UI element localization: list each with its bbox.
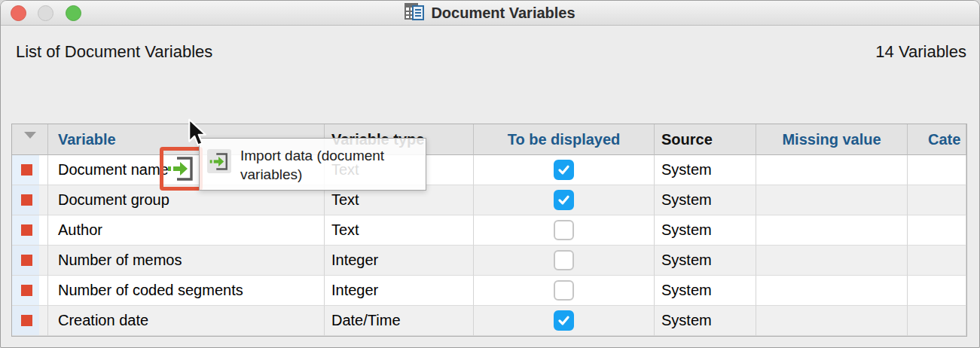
cell-variable[interactable]: Number of coded segments <box>48 276 325 306</box>
table-row-swatch[interactable] <box>12 155 48 185</box>
cell-to-be-displayed <box>474 276 655 306</box>
tooltip-text: Import data (document variables) <box>240 145 418 183</box>
titlebar[interactable]: Document Variables <box>1 1 979 26</box>
cell-missing-value[interactable] <box>756 155 908 185</box>
table-row-swatch[interactable] <box>12 306 48 336</box>
cell-category[interactable] <box>908 215 966 246</box>
cell-variable-type[interactable]: Date/Time <box>325 306 474 336</box>
displayed-checkbox[interactable] <box>554 280 574 301</box>
column-header-sort[interactable] <box>12 124 48 155</box>
variable-color-icon <box>21 224 32 236</box>
table-row-swatch[interactable] <box>12 185 48 215</box>
variable-count: 14 Variables <box>875 42 966 62</box>
cell-source[interactable]: System <box>655 215 756 246</box>
cell-to-be-displayed <box>474 185 655 215</box>
toolbar: 101 ABC <box>1 72 979 124</box>
variable-color-icon <box>21 285 32 296</box>
cell-source[interactable]: System <box>655 276 756 306</box>
cell-category[interactable] <box>908 306 966 336</box>
table-row-swatch[interactable] <box>12 276 48 306</box>
variable-color-icon <box>21 164 32 176</box>
column-header-missing-value[interactable]: Missing value <box>756 124 908 155</box>
column-header-to-be-displayed[interactable]: To be displayed <box>474 124 655 155</box>
column-header-category[interactable]: Cate <box>908 124 966 155</box>
cell-variable-type[interactable]: Integer <box>325 276 474 306</box>
table-row-swatch[interactable] <box>12 246 48 276</box>
variables-table: Variable Variable type To be displayed S… <box>11 124 967 337</box>
cell-source[interactable]: System <box>655 185 756 215</box>
cell-variable-type[interactable]: Integer <box>325 246 474 276</box>
import-data-icon <box>167 154 196 183</box>
page-title: List of Document Variables <box>16 42 212 62</box>
import-data-button[interactable] <box>167 154 196 183</box>
cell-category[interactable] <box>908 185 966 215</box>
cell-variable-type[interactable]: Text <box>325 215 474 246</box>
cell-source[interactable]: System <box>655 306 756 336</box>
cell-missing-value[interactable] <box>756 215 908 246</box>
displayed-checkbox[interactable] <box>554 250 574 270</box>
tooltip: Import data (document variables) <box>199 138 426 191</box>
mouse-cursor-icon <box>187 118 208 148</box>
column-header-source[interactable]: Source <box>655 124 756 155</box>
table-row-swatch[interactable] <box>12 215 48 246</box>
cell-variable[interactable]: Author <box>48 215 325 246</box>
cell-source[interactable]: System <box>655 155 756 185</box>
cell-to-be-displayed <box>474 155 655 185</box>
cell-category[interactable] <box>908 276 966 306</box>
cell-variable[interactable]: Creation date <box>48 306 325 336</box>
close-button[interactable] <box>11 5 26 21</box>
cell-source[interactable]: System <box>655 246 756 276</box>
variable-color-icon <box>21 255 32 266</box>
displayed-checkbox[interactable] <box>554 220 574 240</box>
window-title-icon <box>405 2 425 23</box>
cell-to-be-displayed <box>474 246 655 276</box>
cell-missing-value[interactable] <box>756 185 908 215</box>
zoom-button[interactable] <box>66 5 81 21</box>
displayed-checkbox[interactable] <box>554 190 574 210</box>
variable-color-icon <box>21 315 32 326</box>
tooltip-import-icon <box>207 149 231 173</box>
cell-missing-value[interactable] <box>756 246 908 276</box>
cell-category[interactable] <box>908 246 966 276</box>
cell-missing-value[interactable] <box>756 276 908 306</box>
cell-variable[interactable]: Number of memos <box>48 246 325 276</box>
minimize-button[interactable] <box>38 5 53 21</box>
import-highlight-annotation <box>160 147 203 191</box>
summary-row: List of Document Variables 14 Variables <box>1 26 979 72</box>
sort-indicator-icon <box>24 132 36 139</box>
cell-category[interactable] <box>908 155 966 185</box>
displayed-checkbox[interactable] <box>554 160 574 180</box>
cell-missing-value[interactable] <box>756 306 908 336</box>
document-variables-window: Document Variables List of Document Vari… <box>0 0 980 348</box>
window-title: Document Variables <box>431 5 575 22</box>
displayed-checkbox[interactable] <box>554 310 574 331</box>
variable-color-icon <box>21 194 32 206</box>
cell-to-be-displayed <box>474 306 655 336</box>
cell-to-be-displayed <box>474 215 655 246</box>
